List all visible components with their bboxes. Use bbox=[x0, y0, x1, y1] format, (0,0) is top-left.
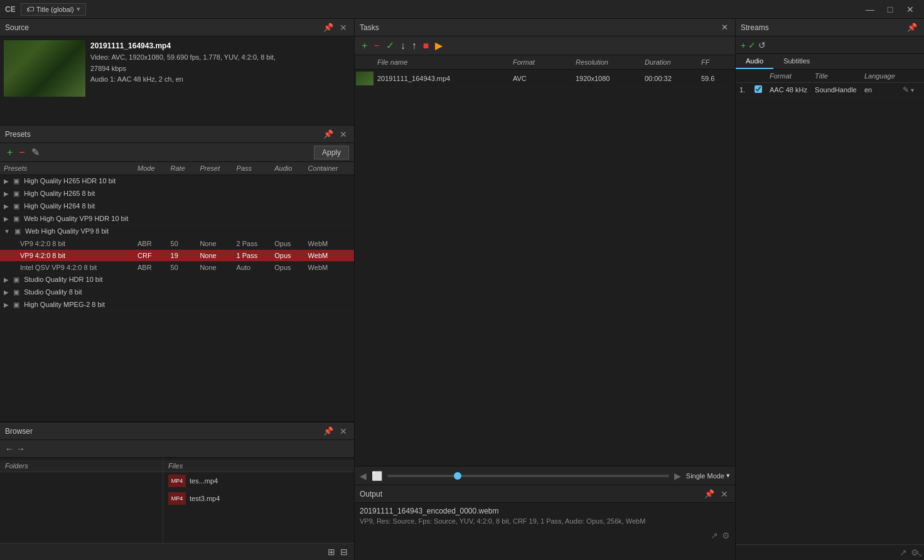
tab-subtitles[interactable]: Subtitles bbox=[773, 54, 820, 69]
preset-group-row[interactable]: ▼ ▣ Web High Quality VP9 8 bit bbox=[0, 225, 354, 238]
folder-icon: ▣ bbox=[13, 215, 19, 222]
right-panel: Streams 📌 + ✓ ↺ Audio Subtitles Format T bbox=[736, 19, 924, 560]
preset-child-rate: 50 bbox=[167, 238, 196, 250]
browser-pin-button[interactable]: 📌 bbox=[321, 426, 335, 436]
list-view-button[interactable]: ⊞ bbox=[325, 546, 338, 558]
tasks-panel-title: Tasks bbox=[360, 23, 379, 32]
grid-view-button[interactable]: ⊟ bbox=[338, 546, 350, 558]
preset-add-button[interactable]: + bbox=[5, 147, 14, 158]
title-bar-left: CE 🏷 Title (global) ▾ bbox=[5, 3, 86, 16]
preset-child-row[interactable]: Intel QSV VP9 4:2:0 8 bit ABR 50 None Au… bbox=[0, 262, 354, 274]
presets-panel: Presets 📌 ✕ + − ✎ Apply Preset bbox=[0, 126, 354, 422]
preset-child-row[interactable]: VP9 4:2:0 8 bit CRF 19 None 1 Pass Opus … bbox=[0, 250, 354, 262]
browser-folders-pane: Folders bbox=[0, 458, 163, 543]
output-pin-button[interactable]: 📌 bbox=[702, 488, 716, 499]
source-panel-header: Source 📌 ✕ bbox=[0, 19, 354, 36]
browser-file-item[interactable]: MP4 test3.mp4 bbox=[163, 490, 354, 507]
timeline-track[interactable] bbox=[387, 475, 669, 477]
tasks-col-thumb bbox=[355, 57, 373, 67]
presets-panel-header: Presets 📌 ✕ bbox=[0, 126, 354, 143]
preset-child-row[interactable]: VP9 4:2:0 8 bit ABR 50 None 2 Pass Opus … bbox=[0, 238, 354, 250]
preset-group-row[interactable]: ▶ ▣ High Quality H265 8 bit bbox=[0, 188, 354, 200]
source-pin-button[interactable]: 📌 bbox=[321, 22, 335, 33]
streams-col-title: Title bbox=[811, 70, 861, 83]
file-thumbnail: MP4 bbox=[168, 492, 186, 505]
preset-edit-button[interactable]: ✎ bbox=[30, 147, 41, 158]
tasks-col-fps: FF bbox=[697, 57, 735, 67]
stream-row: 1. AAC 48 kHz SoundHandle en ✎ ▾ bbox=[736, 83, 924, 97]
group-name: High Quality H264 8 bit bbox=[24, 202, 95, 210]
col-rate: Rate bbox=[167, 162, 196, 175]
presets-pin-button[interactable]: 📌 bbox=[321, 129, 335, 139]
preset-child-name: VP9 4:2:0 8 bit bbox=[0, 238, 134, 250]
tasks-close-button[interactable]: ✕ bbox=[719, 22, 730, 33]
preset-group-row[interactable]: ▶ ▣ High Quality H264 8 bit bbox=[0, 200, 354, 213]
title-label[interactable]: 🏷 Title (global) ▾ bbox=[21, 3, 86, 16]
preset-child-preset: None bbox=[196, 262, 232, 274]
output-settings-button[interactable]: ⚙ bbox=[722, 530, 730, 541]
browser-files-header: Files bbox=[163, 460, 354, 472]
preset-group-row[interactable]: ▶ ▣ Studio Quality HDR 10 bit bbox=[0, 274, 354, 286]
minimize-button[interactable]: — bbox=[861, 2, 879, 17]
streams-table-wrap: Format Title Language 1. AAC 48 kHz Soun… bbox=[736, 70, 924, 97]
preset-group-row[interactable]: ▶ ▣ High Quality H265 HDR 10 bit bbox=[0, 175, 354, 188]
title-text: Title (global) bbox=[36, 6, 74, 13]
single-mode-button[interactable]: Single Mode ▾ bbox=[686, 471, 730, 480]
preset-group-row[interactable]: ▶ ▣ High Quality MPEG-2 8 bit bbox=[0, 299, 354, 311]
browser-forward-button[interactable]: → bbox=[16, 444, 25, 454]
title-dropdown-icon[interactable]: ▾ bbox=[77, 5, 80, 13]
preset-group-row[interactable]: ▶ ▣ Studio Quality 8 bit bbox=[0, 286, 354, 299]
stream-add-button[interactable]: + bbox=[741, 40, 746, 50]
browser-panel-title: Browser bbox=[5, 427, 33, 436]
maximize-button[interactable]: □ bbox=[881, 2, 899, 17]
task-move-down-button[interactable]: ↓ bbox=[399, 40, 407, 52]
task-stop-button[interactable]: ■ bbox=[421, 40, 431, 52]
stream-actions: ✎ ▾ bbox=[899, 83, 924, 97]
folder-icon: ▣ bbox=[13, 288, 19, 296]
tab-audio[interactable]: Audio bbox=[736, 54, 773, 69]
preset-child-name: VP9 4:2:0 8 bit bbox=[0, 250, 134, 262]
streams-export-button[interactable]: ↗ bbox=[900, 547, 907, 557]
timeline-bar: ◀ ⬜ ▶ Single Mode ▾ bbox=[355, 466, 735, 485]
stream-dropdown-icon[interactable]: ▾ bbox=[911, 87, 914, 94]
source-filename: 20191111_164943.mp4 bbox=[90, 41, 171, 50]
output-close-button[interactable]: ✕ bbox=[719, 488, 730, 500]
browser-close-button[interactable]: ✕ bbox=[338, 426, 349, 437]
task-remove-button[interactable]: − bbox=[372, 40, 381, 52]
group-name: High Quality H265 8 bit bbox=[24, 190, 95, 197]
col-audio: Audio bbox=[271, 162, 304, 175]
browser-file-item[interactable]: MP4 tes...mp4 bbox=[163, 472, 354, 490]
streams-pin-button[interactable]: 📌 bbox=[905, 22, 919, 33]
browser-back-button[interactable]: ← bbox=[5, 444, 14, 454]
title-bar-controls: — □ ✕ bbox=[861, 2, 919, 17]
task-check-button[interactable]: ✓ bbox=[384, 39, 396, 52]
task-move-up-button[interactable]: ↑ bbox=[410, 40, 419, 52]
stream-check-button[interactable]: ✓ bbox=[748, 40, 756, 50]
left-panel: Source 📌 ✕ 20191111_164943.mp4 Video: AV… bbox=[0, 19, 355, 560]
task-row[interactable]: 20191111_164943.mp4 AVC 1920x1080 00:00:… bbox=[355, 70, 735, 88]
timeline-thumb[interactable] bbox=[454, 472, 461, 480]
preset-group-row[interactable]: ▶ ▣ Web High Quality VP9 HDR 10 bit bbox=[0, 213, 354, 225]
task-play-button[interactable]: ▶ bbox=[433, 39, 444, 52]
browser-toolbar: ← → bbox=[0, 440, 354, 458]
group-name: High Quality H265 HDR 10 bit bbox=[24, 177, 115, 185]
stream-check-cell[interactable] bbox=[751, 83, 766, 97]
stream-checkbox[interactable] bbox=[755, 85, 762, 93]
close-button[interactable]: ✕ bbox=[901, 2, 919, 17]
stream-undo-button[interactable]: ↺ bbox=[758, 40, 766, 50]
timeline-left-arrow[interactable]: ◀ bbox=[360, 471, 367, 481]
app-name: CE bbox=[5, 5, 16, 14]
source-close-button[interactable]: ✕ bbox=[338, 22, 349, 33]
output-export-button[interactable]: ↗ bbox=[711, 530, 718, 541]
monitor-icon: ⬜ bbox=[372, 471, 382, 481]
source-video-info2: 27894 kbps bbox=[90, 63, 276, 75]
timeline-right-arrow[interactable]: ▶ bbox=[674, 471, 681, 481]
preset-child-preset: None bbox=[196, 238, 232, 250]
browser-folders-header: Folders bbox=[0, 460, 163, 472]
preset-remove-button[interactable]: − bbox=[17, 147, 26, 158]
streams-panel-title: Streams bbox=[741, 23, 769, 32]
stream-edit-icon[interactable]: ✎ bbox=[903, 85, 909, 94]
apply-button[interactable]: Apply bbox=[314, 146, 349, 159]
task-add-button[interactable]: + bbox=[360, 40, 369, 52]
presets-close-button[interactable]: ✕ bbox=[338, 129, 349, 140]
